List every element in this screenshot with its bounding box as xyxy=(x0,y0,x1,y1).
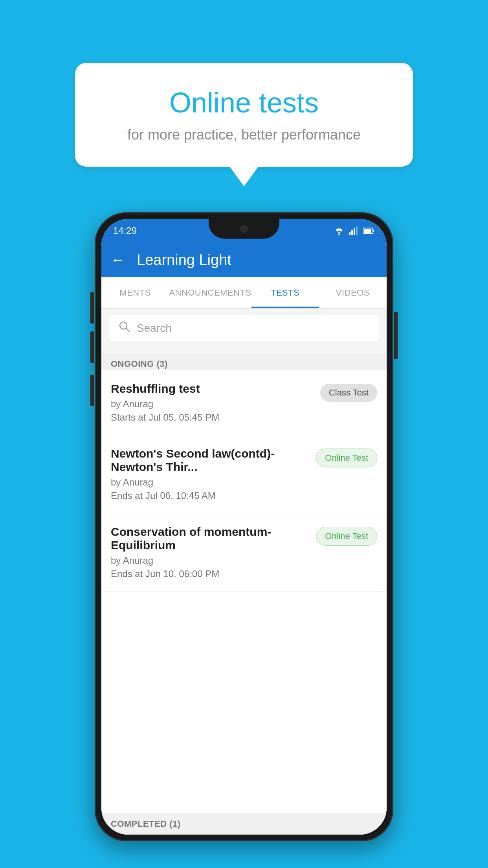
test-item-1[interactable]: Reshuffling test by Anurag Starts at Jul… xyxy=(101,370,387,435)
tab-tests[interactable]: TESTS xyxy=(251,277,319,308)
signal-icon xyxy=(349,226,359,235)
test-badge-2: Online Test xyxy=(316,449,377,467)
volume-button xyxy=(90,331,94,363)
app-header: ← Learning Light xyxy=(101,243,387,277)
tab-announcements[interactable]: ANNOUNCEMENTS xyxy=(169,277,251,308)
test-badge-3: Online Test xyxy=(316,527,377,546)
notch xyxy=(209,219,279,239)
svg-rect-3 xyxy=(354,228,355,235)
bubble-subtitle: for more practice, better performance xyxy=(106,127,382,143)
svg-rect-4 xyxy=(356,226,358,235)
tab-videos[interactable]: VIDEOS xyxy=(319,277,387,308)
test-time-2: Ends at Jul 06, 10:45 AM xyxy=(111,490,310,501)
search-bar[interactable]: Search xyxy=(109,315,379,342)
test-info-3: Conservation of momentum-Equilibrium by … xyxy=(111,525,310,579)
search-icon xyxy=(119,321,130,336)
status-time: 14:29 xyxy=(113,225,137,236)
wifi-icon xyxy=(333,226,345,235)
phone-body: 14:29 xyxy=(95,212,393,841)
volume-button-2 xyxy=(90,375,94,406)
completed-section: COMPLETED (1) xyxy=(101,813,387,835)
search-input-placeholder: Search xyxy=(137,322,172,335)
test-author-3: by Anurag xyxy=(111,555,310,566)
svg-rect-2 xyxy=(351,230,353,235)
svg-rect-7 xyxy=(364,229,371,233)
test-name-1: Reshuffling test xyxy=(111,382,314,395)
tab-ments[interactable]: MENTS xyxy=(101,277,169,308)
test-badge-1: Class Test xyxy=(320,384,377,402)
test-author-2: by Anurag xyxy=(111,477,310,488)
tab-bar: MENTS ANNOUNCEMENTS TESTS VIDEOS xyxy=(101,277,387,309)
svg-rect-1 xyxy=(349,232,350,235)
test-name-2: Newton's Second law(contd)-Newton's Thir… xyxy=(111,447,310,474)
svg-line-9 xyxy=(126,328,130,332)
back-button[interactable]: ← xyxy=(111,252,125,268)
test-time-1: Starts at Jul 05, 05:45 PM xyxy=(111,412,314,423)
speech-bubble: Online tests for more practice, better p… xyxy=(75,63,413,167)
test-item-2[interactable]: Newton's Second law(contd)-Newton's Thir… xyxy=(101,435,387,513)
bubble-title: Online tests xyxy=(106,86,382,119)
svg-point-0 xyxy=(338,234,340,235)
test-info-2: Newton's Second law(contd)-Newton's Thir… xyxy=(111,447,310,501)
search-container: Search xyxy=(101,309,387,348)
test-name-3: Conservation of momentum-Equilibrium xyxy=(111,525,310,552)
test-item-3[interactable]: Conservation of momentum-Equilibrium by … xyxy=(101,513,387,592)
ongoing-label: ONGOING (3) xyxy=(111,359,168,369)
test-time-3: Ends at Jun 10, 06:00 PM xyxy=(111,568,310,579)
phone-mockup: 14:29 xyxy=(95,212,393,841)
phone-screen: 14:29 xyxy=(101,219,387,835)
front-camera xyxy=(240,225,248,233)
test-author-1: by Anurag xyxy=(111,399,314,410)
status-icons xyxy=(333,226,375,235)
app-title: Learning Light xyxy=(137,252,231,268)
svg-rect-6 xyxy=(373,230,374,232)
battery-icon xyxy=(363,227,375,234)
speech-bubble-container: Online tests for more practice, better p… xyxy=(75,63,413,167)
test-info-1: Reshuffling test by Anurag Starts at Jul… xyxy=(111,382,314,423)
test-list: Reshuffling test by Anurag Starts at Jul… xyxy=(101,370,387,835)
completed-label: COMPLETED (1) xyxy=(111,819,181,829)
